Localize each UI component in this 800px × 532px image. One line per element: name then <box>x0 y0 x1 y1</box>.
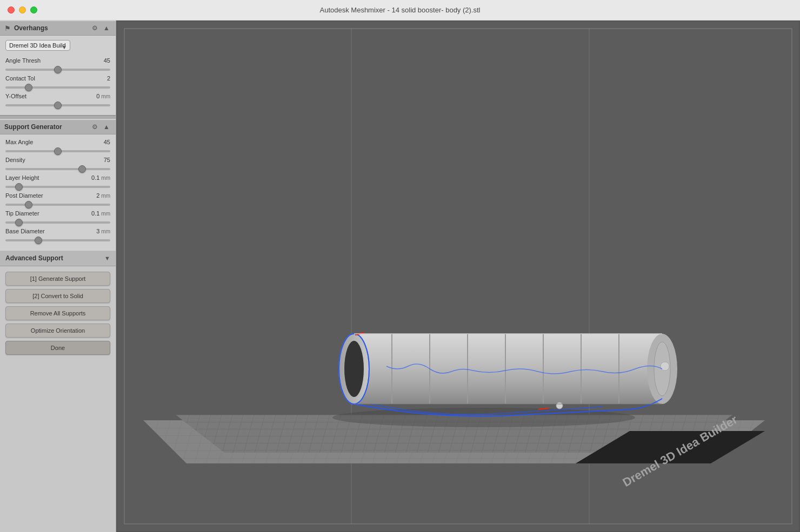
overhangs-section-header: ⚑ Overhangs ⚙ ▲ <box>0 21 116 36</box>
post-diameter-label: Post Diameter <box>5 192 43 199</box>
base-diameter-unit: mm <box>101 228 110 234</box>
layer-height-label: Layer Height <box>5 174 39 181</box>
density-row: Density 75 <box>5 157 110 172</box>
angle-thresh-row: Angle Thresh 45 <box>5 57 110 73</box>
generate-support-button[interactable]: [1] Generate Support <box>5 272 110 286</box>
advanced-support-label: Advanced Support <box>5 254 63 262</box>
done-button[interactable]: Done <box>5 341 110 355</box>
advanced-support-section[interactable]: Advanced Support ▼ <box>0 250 116 266</box>
base-diameter-value: 3 mm <box>96 228 110 234</box>
contact-tol-label: Contact Tol <box>5 75 35 82</box>
y-offset-slider[interactable] <box>5 104 110 106</box>
support-gen-title: Support Generator <box>4 123 62 131</box>
svg-point-26 <box>556 402 563 409</box>
post-diameter-slider[interactable] <box>5 204 110 206</box>
svg-point-25 <box>661 362 669 371</box>
layer-height-value: 0.1 mm <box>91 174 110 181</box>
close-button[interactable] <box>8 6 15 14</box>
base-diameter-label: Base Diameter <box>5 228 45 234</box>
support-gen-content: Max Angle 45 Density 75 Layer Height 0. <box>0 134 116 250</box>
angle-thresh-slider[interactable] <box>5 69 110 71</box>
svg-point-10 <box>332 408 635 427</box>
bottom-buttons-area: [1] Generate Support [2] Convert to Soli… <box>0 266 116 532</box>
density-label: Density <box>5 157 25 163</box>
left-panel: ⚑ Overhangs ⚙ ▲ Dremel 3D Idea Build Cus… <box>0 21 116 532</box>
density-value: 75 <box>104 157 110 163</box>
overhangs-gear-button[interactable]: ⚙ <box>90 24 99 32</box>
layer-height-row: Layer Height 0.1 mm <box>5 174 110 190</box>
y-offset-unit: mm <box>101 93 110 99</box>
tip-diameter-row: Tip Diameter 0.1 mm <box>5 210 110 226</box>
support-gen-collapse-button[interactable]: ▲ <box>102 123 111 131</box>
tip-diameter-value: 0.1 mm <box>91 210 110 217</box>
overhangs-icon: ⚑ <box>4 24 11 32</box>
contact-tol-row: Contact Tol 2 <box>5 75 110 91</box>
angle-thresh-label: Angle Thresh <box>5 57 41 64</box>
post-diameter-value: 2 mm <box>96 192 110 199</box>
angle-thresh-value: 45 <box>104 57 110 64</box>
post-diameter-row: Post Diameter 2 mm <box>5 192 110 208</box>
max-angle-label: Max Angle <box>5 139 33 145</box>
minimize-button[interactable] <box>19 6 26 14</box>
section-divider-1 <box>0 115 116 119</box>
remove-all-supports-button[interactable]: Remove All Supports <box>5 306 110 320</box>
overhangs-title: Overhangs <box>14 24 48 32</box>
y-offset-label: Y-Offset <box>5 93 26 99</box>
max-angle-value: 45 <box>104 139 110 145</box>
traffic-lights <box>8 6 37 14</box>
layer-height-slider[interactable] <box>5 186 110 188</box>
window-title: Autodesk Meshmixer - 14 solid booster- b… <box>320 6 481 14</box>
base-diameter-slider[interactable] <box>5 239 110 241</box>
contact-tol-value: 2 <box>107 75 110 82</box>
main-area: ⚑ Overhangs ⚙ ▲ Dremel 3D Idea Build Cus… <box>0 21 800 532</box>
y-offset-value: 0 mm <box>96 93 110 99</box>
tip-diameter-slider[interactable] <box>5 221 110 224</box>
base-diameter-row: Base Diameter 3 mm <box>5 228 110 244</box>
max-angle-slider[interactable] <box>5 150 110 152</box>
tip-diameter-label: Tip Diameter <box>5 210 39 217</box>
printer-dropdown-wrapper: Dremel 3D Idea Build Custom ▼ <box>5 40 70 54</box>
convert-to-solid-button[interactable]: [2] Convert to Solid <box>5 289 110 303</box>
advanced-support-arrow-icon: ▼ <box>104 255 110 261</box>
support-gen-section-header: Support Generator ⚙ ▲ <box>0 119 116 134</box>
layer-height-unit: mm <box>101 175 110 181</box>
y-offset-row: Y-Offset 0 mm <box>5 93 110 109</box>
title-bar: Autodesk Meshmixer - 14 solid booster- b… <box>0 0 800 21</box>
printer-dropdown[interactable]: Dremel 3D Idea Build Custom <box>5 40 70 51</box>
scene-svg: Dremel 3D Idea Builder <box>116 21 800 532</box>
support-gen-gear-button[interactable]: ⚙ <box>90 123 99 131</box>
tip-diameter-unit: mm <box>101 211 110 217</box>
density-slider[interactable] <box>5 168 110 170</box>
3d-viewport[interactable]: Dremel 3D Idea Builder <box>116 21 800 532</box>
max-angle-row: Max Angle 45 <box>5 139 110 154</box>
optimize-orientation-button[interactable]: Optimize Orientation <box>5 324 110 338</box>
overhangs-content: Dremel 3D Idea Build Custom ▼ Angle Thre… <box>0 36 116 115</box>
maximize-button[interactable] <box>30 6 37 14</box>
overhangs-collapse-button[interactable]: ▲ <box>102 24 111 32</box>
post-diameter-unit: mm <box>101 193 110 199</box>
svg-point-22 <box>344 341 364 397</box>
contact-tol-slider[interactable] <box>5 86 110 89</box>
